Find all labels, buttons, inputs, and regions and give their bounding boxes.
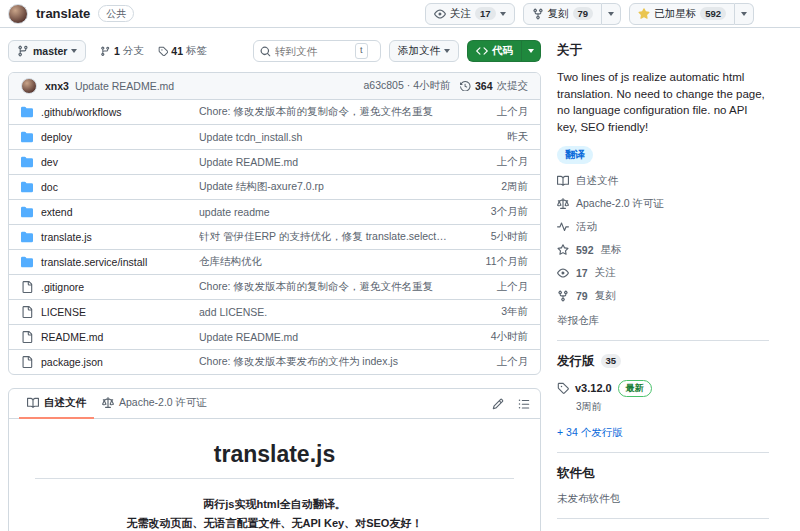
tab-license[interactable]: Apache-2.0 许可证 [94, 389, 215, 419]
file-name-link[interactable]: package.json [41, 356, 103, 368]
meta-label: 活动 [576, 220, 597, 234]
commit-message-link[interactable]: Chore: 修改发版本前的复制命令，避免文件名重复 [199, 105, 462, 119]
code-dropdown-button[interactable] [522, 40, 541, 62]
repo-owner-avatar[interactable] [8, 4, 28, 24]
latest-commit-bar: xnx3 Update README.md a63c805 · 4小时前 364… [9, 73, 540, 99]
sidebar-meta-item-law[interactable]: Apache-2.0 许可证 [557, 197, 769, 211]
readme-content: translate.js 两行js实现html全自动翻译。 无需改动页面、无语言… [9, 419, 540, 531]
fork-dropdown-button[interactable] [602, 3, 621, 25]
table-row[interactable]: devUpdate README.md上个月 [9, 149, 540, 174]
file-name-link[interactable]: deploy [41, 131, 72, 143]
commit-message-link[interactable]: Chore: 修改发版本要发布的文件为 index.js [199, 355, 462, 369]
branches-link[interactable]: 1 分支 [100, 44, 143, 58]
file-name-link[interactable]: .github/workflows [41, 106, 122, 118]
commit-author-avatar[interactable] [21, 78, 37, 94]
star-button[interactable]: 已加星标 592 [629, 3, 735, 25]
repo-title[interactable]: translate [36, 6, 90, 21]
tags-link[interactable]: 41 标签 [158, 44, 207, 58]
more-releases-link[interactable]: + 34 个发行版 [557, 426, 769, 440]
file-name-cell[interactable]: doc [21, 181, 199, 193]
table-row[interactable]: docUpdate 结构图-axure7.0.rp2周前 [9, 174, 540, 199]
table-row[interactable]: deployUpdate tcdn_install.sh昨天 [9, 124, 540, 149]
commit-message-link[interactable]: Update README.md [199, 156, 462, 168]
commit-message-link[interactable]: Update README.md [199, 331, 462, 343]
table-row[interactable]: extendupdate readme3个月前 [9, 199, 540, 224]
report-repository-link[interactable]: 举报仓库 [557, 314, 769, 328]
table-row[interactable]: translate.js针对 管伊佳ERP 的支持优化，修复 translate… [9, 224, 540, 249]
table-row[interactable]: README.mdUpdate README.md4小时前 [9, 324, 540, 349]
file-name-cell[interactable]: extend [21, 206, 199, 218]
file-name-link[interactable]: doc [41, 181, 58, 193]
star-count: 592 [700, 7, 726, 20]
fork-button[interactable]: 复刻 79 [523, 3, 603, 25]
file-name-link[interactable]: translate.service/install [41, 256, 147, 268]
commit-author[interactable]: xnx3 [45, 80, 69, 92]
commit-message-link[interactable]: 仓库结构优化 [199, 255, 462, 269]
file-name-link[interactable]: translate.js [41, 231, 92, 243]
table-row[interactable]: LICENSEadd LICENSE.3年前 [9, 299, 540, 324]
tab-readme[interactable]: 自述文件 [19, 389, 94, 419]
fork-button-group: 复刻 79 [523, 3, 622, 25]
table-row[interactable]: translate.service/install仓库结构优化11个月前 [9, 249, 540, 274]
file-name-link[interactable]: dev [41, 156, 58, 168]
release-version[interactable]: v3.12.0 [575, 382, 612, 394]
book-icon [27, 397, 39, 409]
table-row[interactable]: .gitignoreChore: 修改发版本前的复制命令，避免文件名重复上个月 [9, 274, 540, 299]
search-shortcut-kbd: t [355, 43, 368, 59]
file-name-link[interactable]: README.md [41, 331, 103, 343]
commit-message-link[interactable]: 针对 管伊佳ERP 的支持优化，修复 translate.selectLangu… [199, 230, 462, 244]
table-row[interactable]: .github/workflowsChore: 修改发版本前的复制命令，避免文件… [9, 99, 540, 124]
table-row[interactable]: package.jsonChore: 修改发版本要发布的文件为 index.js… [9, 349, 540, 374]
commit-message-link[interactable]: Update tcdn_install.sh [199, 131, 462, 143]
watch-button[interactable]: 关注 17 [425, 3, 515, 25]
sidebar-meta-item-repo-forked[interactable]: 79复刻 [557, 289, 769, 303]
outline-list-icon[interactable] [518, 398, 530, 410]
file-name-cell[interactable]: .gitignore [21, 281, 199, 293]
latest-release[interactable]: v3.12.0 最新 [557, 380, 769, 397]
commit-message-link[interactable]: Chore: 修改发版本前的复制命令，避免文件名重复 [199, 280, 462, 294]
file-name-link[interactable]: .gitignore [41, 281, 84, 293]
folder-icon [21, 106, 33, 118]
packages-empty-text: 未发布软件包 [557, 492, 769, 506]
search-input[interactable] [275, 45, 355, 57]
contributors-section: 贡献者 7 [557, 518, 769, 531]
commit-message[interactable]: Update README.md [75, 80, 174, 92]
file-name-cell[interactable]: .github/workflows [21, 106, 199, 118]
file-name-cell[interactable]: README.md [21, 331, 199, 343]
file-icon [21, 356, 33, 368]
chevron-down-icon [741, 12, 747, 16]
file-name-cell[interactable]: package.json [21, 356, 199, 368]
branch-selector[interactable]: master [8, 40, 86, 62]
add-file-button[interactable]: 添加文件 [389, 40, 459, 62]
commit-message-link[interactable]: add LICENSE. [199, 306, 462, 318]
file-name-link[interactable]: LICENSE [41, 306, 86, 318]
sidebar: 关于 Two lines of js realize automatic htm… [557, 40, 769, 531]
commit-hash-time[interactable]: a63c805 · 4小时前 [363, 79, 450, 93]
star-dropdown-button[interactable] [735, 3, 754, 25]
chevron-down-icon [608, 12, 614, 16]
file-name-cell[interactable]: LICENSE [21, 306, 199, 318]
releases-count: 35 [601, 354, 622, 367]
code-button[interactable]: 代码 [467, 40, 522, 62]
file-name-cell[interactable]: deploy [21, 131, 199, 143]
commit-history-link[interactable]: 364 次提交 [460, 79, 528, 93]
pulse-icon [557, 221, 569, 233]
topic-chip[interactable]: 翻译 [557, 146, 593, 164]
releases-title[interactable]: 发行版 35 [557, 353, 769, 370]
commit-hash[interactable]: a63c805 [363, 79, 403, 91]
edit-pencil-icon[interactable] [492, 398, 504, 410]
commit-message-link[interactable]: update readme [199, 206, 462, 218]
file-age: 上个月 [462, 280, 528, 294]
file-name-cell[interactable]: translate.js [21, 231, 199, 243]
folder-icon [21, 156, 33, 168]
sidebar-meta-item-book[interactable]: 自述文件 [557, 174, 769, 188]
file-name-link[interactable]: extend [41, 206, 73, 218]
tag-icon [158, 46, 169, 57]
file-name-cell[interactable]: translate.service/install [21, 256, 199, 268]
commit-message-link[interactable]: Update 结构图-axure7.0.rp [199, 180, 462, 194]
sidebar-meta-item-pulse[interactable]: 活动 [557, 220, 769, 234]
file-name-cell[interactable]: dev [21, 156, 199, 168]
go-to-file-search[interactable]: t [253, 40, 381, 62]
sidebar-meta-item-eye[interactable]: 17关注 [557, 266, 769, 280]
sidebar-meta-item-star[interactable]: 592星标 [557, 243, 769, 257]
